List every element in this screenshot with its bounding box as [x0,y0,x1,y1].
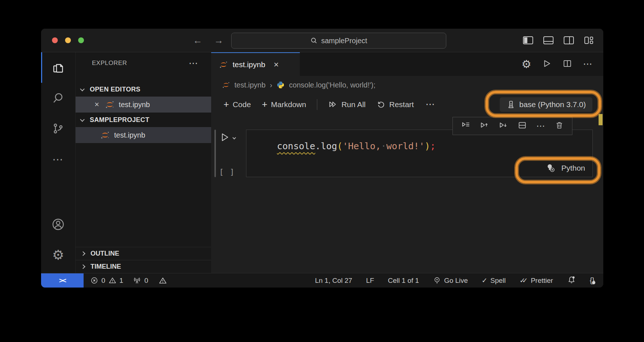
customize-layout-button[interactable] [584,36,594,45]
add-code-cell-button[interactable]: + Code [221,99,254,110]
run-above-icon [480,121,489,130]
radio-tower-icon [133,276,141,285]
cell-more-actions-button[interactable]: ⋯ [536,121,546,131]
tab-test-ipynb[interactable]: test.ipynb × [211,52,300,76]
trash-icon [555,121,564,130]
close-editor-icon[interactable]: × [94,100,99,109]
toggle-primary-sidebar-button[interactable] [523,36,534,45]
cursor-position-indicator[interactable]: Ln 1, Col 27 [315,277,352,285]
code-cell[interactable]: [ ] console.log('Hello,·world!'); [214,130,593,177]
add-markdown-cell-button[interactable]: + Markdown [259,99,309,110]
close-window-button[interactable] [52,37,58,43]
tab-close-icon[interactable]: × [274,60,279,70]
spell-label: Spell [490,277,506,285]
ellipsis-icon: ⋯ [52,153,64,166]
tree-item-test-ipynb[interactable]: test.ipynb [76,127,211,143]
remote-indicator[interactable]: >< [41,273,84,288]
delete-cell-button[interactable] [555,121,564,131]
activity-bar: ⋯ ⚙ [41,52,75,273]
editor-group: test.ipynb × ⚙ [211,52,603,273]
plus-icon: + [262,99,267,110]
error-icon [90,276,98,285]
breadcrumb-cell[interactable]: console.log('Hello, world!'); [289,81,375,89]
notebook-settings-button[interactable]: ⚙ [522,58,531,70]
cell-position-indicator[interactable]: Cell 1 of 1 [388,277,419,285]
cell-editor[interactable]: console.log('Hello,·world!'); Python [246,130,593,177]
cell-language-picker[interactable]: Python [546,163,585,173]
open-editor-item-test-ipynb[interactable]: × test.ipynb [76,97,211,113]
notifications-bell-button[interactable] [567,275,576,286]
command-center-search[interactable]: sampleProject [231,33,446,49]
add-markdown-label: Markdown [271,100,306,109]
jupyter-icon [222,81,230,89]
activity-explorer-button[interactable] [41,52,75,83]
explorer-sidebar: EXPLORER ⋯ OPEN EDITORS × test.ipynb [75,52,211,273]
minimize-window-button[interactable] [65,37,71,43]
sidebar-title: EXPLORER [92,60,127,67]
toggle-secondary-sidebar-button[interactable] [563,36,574,45]
files-icon [52,61,65,74]
play-icon [219,132,230,143]
bell-icon [567,275,576,284]
spell-checker-button[interactable]: ✓ Spell [482,276,506,285]
eol-indicator[interactable]: LF [366,277,374,285]
timeline-label: TIMELINE [90,263,121,270]
token-semicolon: ; [430,141,435,151]
restart-label: Restart [389,100,414,109]
kernel-picker-button[interactable]: base (Python 3.7.0) [500,97,592,112]
run-button[interactable] [542,59,552,70]
explorer-more-actions-button[interactable]: ⋯ [189,58,199,69]
execute-cell-and-below-button[interactable] [499,121,508,131]
run-cell-button[interactable] [219,132,230,144]
activity-search-button[interactable] [41,83,75,113]
go-live-label: Go Live [444,277,468,285]
project-section-header[interactable]: SAMPLEPROJECT [76,113,211,127]
chevron-down-icon [80,117,85,122]
toggle-panel-button[interactable] [543,36,554,45]
notebook-more-actions-button[interactable]: ⋯ [422,99,439,110]
execute-above-button[interactable] [480,121,489,131]
breadcrumb-file[interactable]: test.ipynb [234,81,266,89]
go-live-button[interactable]: Go Live [433,276,468,285]
restart-kernel-button[interactable]: Restart [374,100,417,109]
project-label: SAMPLEPROJECT [90,116,149,124]
warning-icon [108,276,117,285]
token-console: console [277,141,315,151]
warning-status-item[interactable] [158,276,167,285]
chevron-down-icon [80,86,85,91]
chevron-right-icon [81,264,85,269]
warning-count: 1 [120,277,124,285]
split-cell-button[interactable] [518,121,527,131]
activity-more-button[interactable]: ⋯ [41,144,75,174]
run-options-chevron-icon[interactable] [233,136,236,139]
add-code-label: Code [233,100,251,109]
token-log: log [321,141,337,151]
cell-focus-indicator [214,130,216,177]
search-icon [310,37,318,44]
zoom-window-button[interactable] [78,37,84,43]
timeline-section-header[interactable]: TIMELINE [76,260,211,273]
prettier-button[interactable]: ✓✓ Prettier [520,276,553,285]
split-cell-icon [518,121,527,130]
activity-settings-button[interactable]: ⚙ [41,240,75,270]
history-forward-icon[interactable]: → [214,35,224,46]
run-all-icon [328,100,338,109]
execute-and-below-button[interactable] [461,121,471,131]
editor-more-actions-button[interactable]: ⋯ [583,58,593,70]
history-back-icon[interactable]: ← [193,35,202,46]
jupyter-icon [219,60,228,69]
plus-icon: + [224,99,229,110]
split-editor-button[interactable] [563,59,572,70]
brackets-status-button[interactable]: {} [590,276,595,285]
problems-indicator[interactable]: 0 1 [90,276,123,285]
run-below-icon [499,121,508,130]
open-editors-section-header[interactable]: OPEN EDITORS [76,82,211,97]
double-check-icon: ✓✓ [520,276,528,285]
activity-accounts-button[interactable] [41,209,75,240]
kernel-label: base (Python 3.7.0) [519,100,586,109]
ports-indicator[interactable]: 0 [133,276,148,285]
activity-source-control-button[interactable] [41,113,75,144]
outline-section-header[interactable]: OUTLINE [76,247,211,260]
run-all-button[interactable]: Run All [325,100,369,109]
breadcrumb-separator: › [270,81,273,89]
